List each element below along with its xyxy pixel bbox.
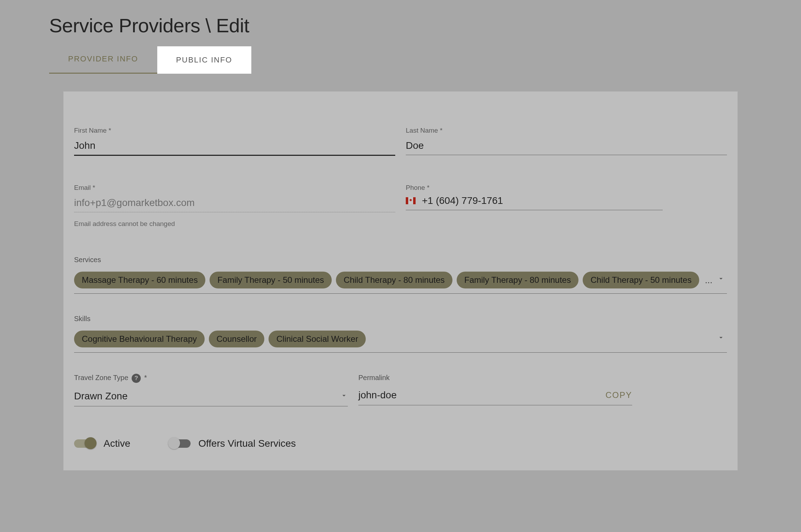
travel-zone-value: Drawn Zone (74, 391, 128, 402)
tab-provider-info[interactable]: PROVIDER INFO (49, 45, 157, 74)
svg-rect-1 (406, 197, 408, 204)
service-chip[interactable]: Family Therapy - 50 minutes (210, 272, 332, 288)
first-name-label: First Name * (74, 127, 395, 134)
email-input (74, 195, 395, 212)
service-chip[interactable]: Child Therapy - 80 minutes (336, 272, 452, 288)
permalink-label: Permalink (358, 374, 632, 382)
active-toggle-label: Active (104, 438, 130, 449)
email-helper: Email address cannot be changed (74, 220, 395, 228)
first-name-input[interactable] (74, 138, 395, 156)
phone-input[interactable] (422, 195, 663, 206)
permalink-value: john-doe (358, 390, 397, 401)
page-title: Service Providers \ Edit (49, 14, 752, 37)
phone-field[interactable] (406, 195, 663, 210)
active-toggle[interactable] (74, 439, 96, 448)
travel-zone-label: Travel Zone Type ? * (74, 374, 348, 383)
last-name-label: Last Name * (406, 127, 727, 134)
virtual-services-toggle[interactable] (169, 439, 191, 448)
chevron-down-icon[interactable] (717, 334, 725, 343)
form-card: First Name * Last Name * Email * Email a… (63, 91, 738, 471)
services-select[interactable]: Massage Therapy - 60 minutes Family Ther… (74, 269, 727, 294)
phone-label: Phone * (406, 184, 727, 192)
service-chip[interactable]: Child Therapy - 50 minutes (583, 272, 699, 288)
email-label: Email * (74, 184, 395, 192)
skill-chip[interactable]: Clinical Social Worker (269, 331, 366, 347)
last-name-input[interactable] (406, 138, 727, 155)
skills-select[interactable]: Cognitive Behavioural Therapy Counsellor… (74, 328, 727, 353)
chevron-down-icon[interactable] (340, 392, 348, 401)
required-marker: * (144, 374, 147, 381)
help-icon[interactable]: ? (132, 374, 141, 383)
services-label: Services (74, 256, 727, 264)
tab-public-info[interactable]: PUBLIC INFO (157, 46, 251, 74)
skills-label: Skills (74, 315, 727, 323)
skill-chip[interactable]: Cognitive Behavioural Therapy (74, 331, 205, 347)
tabs: PROVIDER INFO PUBLIC INFO (49, 45, 752, 74)
service-chip[interactable]: Family Therapy - 80 minutes (457, 272, 579, 288)
copy-button[interactable]: COPY (605, 390, 632, 400)
service-chip[interactable]: Massage Therapy - 60 minutes (74, 272, 205, 288)
services-more-indicator: ... (705, 275, 713, 286)
travel-zone-select[interactable]: Drawn Zone (74, 388, 348, 406)
svg-rect-2 (413, 197, 416, 204)
virtual-services-toggle-label: Offers Virtual Services (198, 438, 296, 449)
flag-ca-icon (406, 197, 416, 204)
travel-zone-label-text: Travel Zone Type (74, 374, 128, 381)
skill-chip[interactable]: Counsellor (209, 331, 265, 347)
permalink-field[interactable]: john-doe COPY (358, 387, 632, 405)
chevron-down-icon[interactable] (717, 275, 725, 284)
